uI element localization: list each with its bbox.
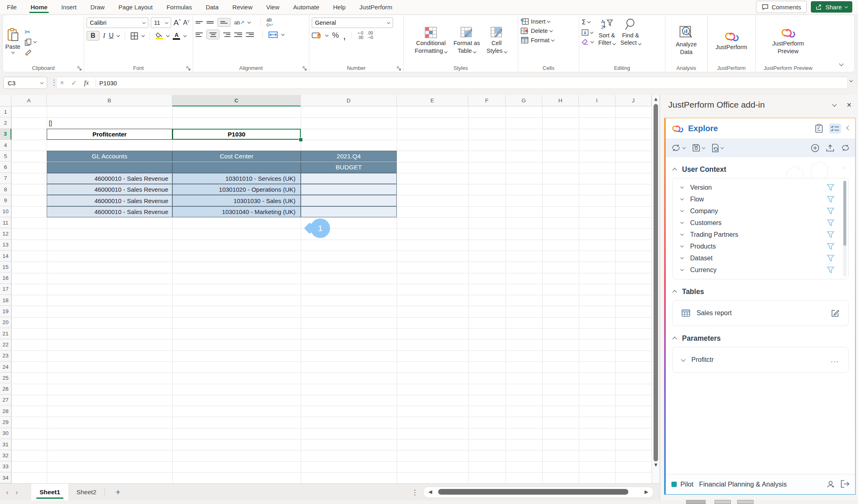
menu-data[interactable]: Data <box>199 0 226 14</box>
cancel-icon[interactable]: × <box>60 79 64 87</box>
row-header-33[interactable]: 33 <box>0 461 11 472</box>
row-header-15[interactable]: 15 <box>0 262 11 273</box>
top-align-icon[interactable] <box>195 20 203 25</box>
bold-button[interactable]: B <box>87 31 100 41</box>
table-header-2021-q4[interactable]: 2021.Q4 <box>301 151 397 162</box>
sign-out-icon[interactable] <box>841 480 849 488</box>
borders-dropdown-icon[interactable] <box>141 33 145 37</box>
menu-page-layout[interactable]: Page Layout <box>111 0 159 14</box>
row-header-3[interactable]: 3 <box>0 129 11 140</box>
row-header-32[interactable]: 32 <box>0 450 11 461</box>
add-icon[interactable] <box>811 144 819 152</box>
underline-button[interactable]: U <box>109 32 114 39</box>
tables-collapse-icon[interactable] <box>672 290 677 294</box>
row-header-30[interactable]: 30 <box>0 428 11 439</box>
user-context-section-header[interactable]: User Context <box>673 165 855 174</box>
context-item-flow[interactable]: Flow <box>673 193 848 205</box>
clipboard-dialog-launcher[interactable] <box>77 66 82 71</box>
row-header-25[interactable]: 25 <box>0 372 11 383</box>
menu-draw[interactable]: Draw <box>83 0 111 14</box>
table-cell-cost-center[interactable]: 10301020 - Operations (UK) <box>172 184 301 195</box>
font-color-button[interactable]: A <box>173 32 180 40</box>
decrease-font-button[interactable]: Av <box>183 19 189 26</box>
filter-icon[interactable] <box>827 219 834 226</box>
menu-home[interactable]: Home <box>24 0 54 14</box>
middle-align-icon[interactable] <box>206 20 214 25</box>
add-sheet-button[interactable]: + <box>105 487 131 497</box>
panel-close-icon[interactable]: × <box>847 100 851 110</box>
vertical-scroll-thumb[interactable] <box>654 104 658 461</box>
find-select-button[interactable]: Find &Select <box>620 18 641 46</box>
column-header-A[interactable]: A <box>11 95 47 106</box>
sheet-tab-sheet1[interactable]: Sheet1 <box>31 484 68 500</box>
font-color-dropdown-icon[interactable] <box>183 33 187 37</box>
row-header-8[interactable]: 8 <box>0 184 11 195</box>
align-right-icon[interactable] <box>223 31 230 38</box>
cell-b3[interactable]: Profitcenter <box>47 129 172 140</box>
scroll-up-icon[interactable]: ▲ <box>653 97 658 101</box>
cut-icon[interactable]: ✂ <box>24 28 36 36</box>
insert-function-icon[interactable]: fx <box>84 79 89 87</box>
row-header-2[interactable]: 2 <box>0 117 11 128</box>
decrease-decimal-icon[interactable]: .00→0 <box>367 31 373 40</box>
row-header-28[interactable]: 28 <box>0 406 11 417</box>
comments-button[interactable]: Comments <box>756 1 807 13</box>
horizontal-scroll-thumb[interactable] <box>438 489 628 495</box>
table-item-sales-report[interactable]: Sales report <box>673 301 848 326</box>
format-cells-button[interactable]: Format <box>521 37 576 43</box>
column-header-F[interactable]: F <box>468 95 506 106</box>
row-header-7[interactable]: 7 <box>0 173 11 184</box>
bottom-align-icon[interactable] <box>217 18 230 27</box>
expand-formula-bar-icon[interactable] <box>849 79 853 82</box>
row-header-1[interactable]: 1 <box>0 106 11 117</box>
row-header-18[interactable]: 18 <box>0 295 11 306</box>
filter-icon[interactable] <box>827 255 834 262</box>
formula-bar[interactable]: × ✓ fx P1030 <box>56 77 848 89</box>
row-header-14[interactable]: 14 <box>0 251 11 262</box>
report-button[interactable] <box>712 144 723 152</box>
font-name-combo[interactable]: Calibri <box>87 17 148 28</box>
report-dropdown-icon[interactable] <box>721 145 724 149</box>
table-cell-budget-value[interactable] <box>301 206 397 217</box>
number-format-combo[interactable]: General <box>312 17 393 28</box>
edit-table-icon[interactable] <box>831 309 839 317</box>
context-item-version[interactable]: Version <box>673 182 848 193</box>
row-header-23[interactable]: 23 <box>0 350 11 361</box>
row-header-16[interactable]: 16 <box>0 273 11 284</box>
context-expand-icon[interactable] <box>680 256 684 259</box>
tabbar-more-icon[interactable]: ⋮ <box>411 488 418 496</box>
row-header-21[interactable]: 21 <box>0 328 11 339</box>
filter-icon[interactable] <box>827 208 834 214</box>
context-expand-icon[interactable] <box>680 244 684 247</box>
comma-style-icon[interactable]: , <box>343 33 346 37</box>
save-dropdown-icon[interactable] <box>702 145 705 149</box>
filter-icon[interactable] <box>827 184 834 191</box>
tables-section-header[interactable]: Tables <box>673 288 855 296</box>
paste-button[interactable]: Paste <box>5 28 20 53</box>
parameters-collapse-icon[interactable] <box>672 337 677 341</box>
row-header-6[interactable]: 6 <box>0 162 11 173</box>
menu-help[interactable]: Help <box>326 0 353 14</box>
share-dropdown-icon[interactable] <box>845 4 848 8</box>
sheet-tab-sheet2[interactable]: Sheet2 <box>68 484 104 500</box>
user-context-scroll-thumb[interactable] <box>843 181 846 246</box>
merge-center-icon[interactable] <box>268 31 278 38</box>
column-header-B[interactable]: B <box>47 95 172 106</box>
row-header-4[interactable]: 4 <box>0 140 11 151</box>
context-item-customers[interactable]: Customers <box>673 217 848 229</box>
fill-color-dropdown-icon[interactable] <box>166 33 169 37</box>
table-cell-gl-account[interactable]: 46000010 - Sales Revenue <box>47 173 172 184</box>
table-subheader[interactable]: BUDGET <box>301 162 397 173</box>
collapse-panel-icon[interactable] <box>846 125 851 130</box>
table-cell-cost-center[interactable]: 10301010 - Services (UK) <box>172 173 301 184</box>
parameter-expand-icon[interactable] <box>681 357 685 361</box>
fill-handle[interactable] <box>299 138 303 142</box>
select-all-corner[interactable] <box>0 95 11 106</box>
justperform-button[interactable]: JustPerform <box>710 17 753 64</box>
user-context-collapse-icon[interactable] <box>672 168 677 172</box>
scroll-left-icon[interactable]: ◀ <box>428 489 432 495</box>
panel-menu-icon[interactable] <box>832 102 837 106</box>
menu-automate[interactable]: Automate <box>286 0 326 14</box>
parameter-item-profitctr[interactable]: Profitctr ... <box>673 347 848 372</box>
upload-icon[interactable] <box>826 144 834 152</box>
